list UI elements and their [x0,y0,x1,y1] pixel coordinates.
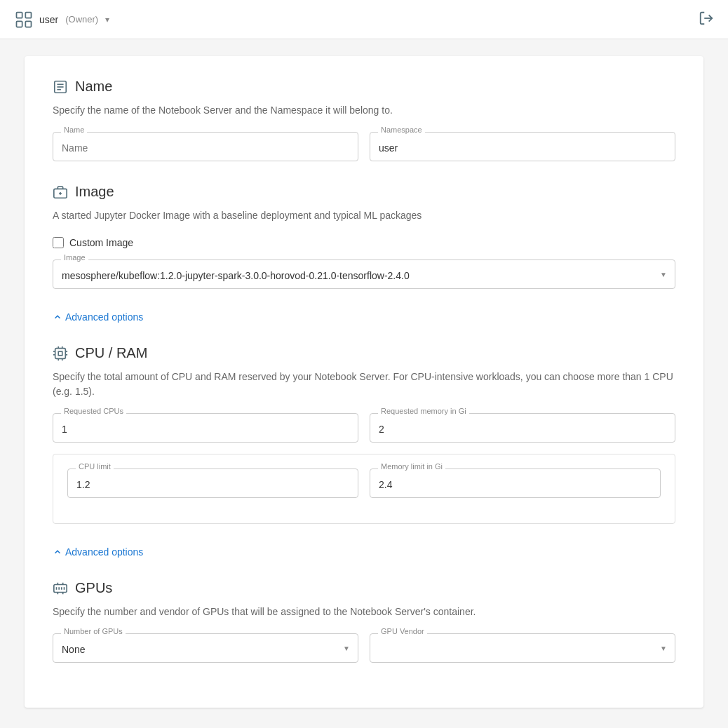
svg-rect-3 [25,21,31,27]
name-section-title: Name [53,79,675,95]
memory-limit-label: Memory limit in Gi [378,462,445,471]
image-description: A started Jupyter Docker Image with a ba… [53,208,675,223]
cpu-limit-field-group: CPU limit [67,469,358,498]
namespace-field-label: Namespace [378,126,425,134]
logout-button[interactable] [699,11,714,28]
name-icon [53,79,68,95]
logout-icon [699,11,714,26]
svg-rect-0 [17,12,22,18]
cpu-ram-section: CPU / RAM Specify the total amount of CP… [53,345,675,524]
name-input[interactable] [53,132,358,161]
cpu-ram-section-title: CPU / RAM [53,345,675,361]
gpu-section-title: GPUs [53,580,675,596]
cpu-ram-description: Specify the total amount of CPU and RAM … [53,370,675,399]
image-field-label: Image [61,253,88,262]
svg-rect-22 [54,584,67,592]
name-title-text: Name [75,79,112,95]
image-icon [53,184,68,200]
image-advanced-options-link[interactable]: Advanced options [53,311,675,323]
name-fields-row: Name Namespace [53,132,675,161]
topbar-left: user (Owner) ▾ [14,10,109,29]
cpu-advanced-label: Advanced options [65,546,143,558]
gpu-vendor-select[interactable] [370,633,675,663]
requested-memory-input[interactable] [370,413,675,443]
image-select[interactable]: mesosphere/kubeflow:1.2.0-jupyter-spark-… [53,259,675,289]
requested-memory-field-group: Requested memory in Gi [370,413,675,443]
topbar-chevron-icon[interactable]: ▾ [105,15,109,25]
name-field-group: Name [53,132,358,161]
gpu-vendor-field-group: GPU Vendor [370,633,675,663]
memory-limit-input[interactable] [370,469,661,498]
namespace-input[interactable] [370,132,675,161]
image-section: Image A started Jupyter Docker Image wit… [53,184,675,289]
name-section: Name Specify the name of the Notebook Se… [53,79,675,161]
svg-rect-13 [58,351,62,356]
gpu-icon [53,581,68,596]
cpu-advanced-options-link[interactable]: Advanced options [53,546,675,558]
custom-image-checkbox-row: Custom Image [53,237,675,248]
image-title-text: Image [75,184,114,200]
chevron-up-icon [53,312,62,322]
svg-rect-2 [17,21,22,27]
image-section-title: Image [53,184,675,200]
main-content: Name Specify the name of the Notebook Se… [13,56,715,708]
cpu-limits-subcard: CPU limit Memory limit in Gi [53,454,675,524]
cpu-limit-label: CPU limit [76,462,114,471]
form-card: Name Specify the name of the Notebook Se… [25,56,703,708]
gpu-vendor-label: GPU Vendor [378,627,427,635]
name-field-label: Name [61,126,87,134]
namespace-field-group: Namespace [370,132,675,161]
cpu-requested-row: Requested CPUs Requested memory in Gi [53,413,675,443]
num-gpus-field-group: Number of GPUs None 1 2 4 [53,633,358,663]
cpu-limit-input[interactable] [67,469,358,498]
topbar: user (Owner) ▾ [0,0,728,39]
custom-image-label[interactable]: Custom Image [69,237,133,248]
topbar-role: (Owner) [65,14,98,25]
custom-image-checkbox[interactable] [53,237,64,248]
num-gpus-select[interactable]: None 1 2 4 [53,633,358,663]
gpu-fields-row: Number of GPUs None 1 2 4 GPU Vendor [53,633,675,663]
requested-memory-label: Requested memory in Gi [378,407,469,415]
chevron-up-icon-2 [53,547,62,557]
svg-rect-1 [25,12,31,18]
image-field-group: Image mesosphere/kubeflow:1.2.0-jupyter-… [53,259,675,289]
image-advanced-label: Advanced options [65,311,143,323]
gpu-section: GPUs Specify the number and vendor of GP… [53,580,675,663]
svg-rect-12 [55,348,66,358]
memory-limit-field-group: Memory limit in Gi [370,469,661,498]
name-description: Specify the name of the Notebook Server … [53,103,675,118]
gpu-description: Specify the number and vendor of GPUs th… [53,605,675,619]
requested-cpus-field-group: Requested CPUs [53,413,358,443]
gpu-title-text: GPUs [75,580,112,596]
cpu-limits-row: CPU limit Memory limit in Gi [67,469,661,498]
cpu-ram-title-text: CPU / RAM [75,345,147,361]
topbar-username: user [39,14,58,25]
num-gpus-label: Number of GPUs [61,627,126,635]
cpu-icon [53,346,68,361]
requested-cpus-label: Requested CPUs [61,407,126,415]
logo-icon [14,10,34,29]
requested-cpus-input[interactable] [53,413,358,443]
